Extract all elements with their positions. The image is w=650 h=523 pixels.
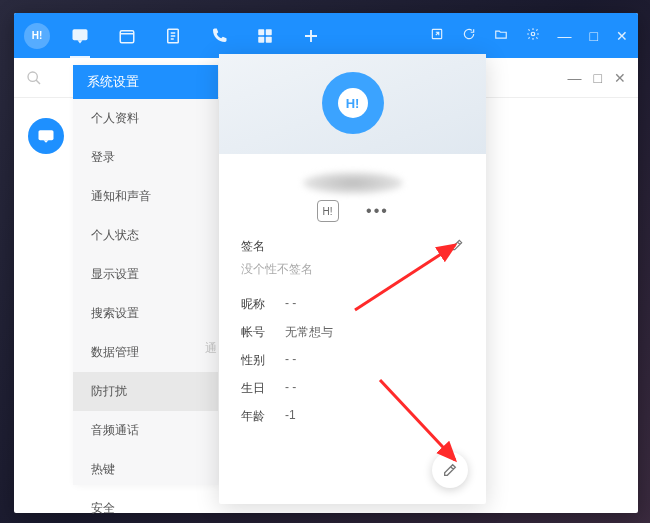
settings-item-1[interactable]: 登录 xyxy=(73,138,218,177)
settings-item-3[interactable]: 个人状态 xyxy=(73,216,218,255)
svg-point-8 xyxy=(531,32,535,36)
apps-tab-icon[interactable] xyxy=(256,27,274,45)
settings-item-9[interactable]: 热键 xyxy=(73,450,218,489)
titlebar: H! — □ ✕ xyxy=(14,13,638,58)
external-icon[interactable] xyxy=(430,27,444,44)
svg-rect-3 xyxy=(258,29,264,35)
calendar-tab-icon[interactable] xyxy=(118,27,136,45)
refresh-icon[interactable] xyxy=(462,27,476,44)
settings-item-7[interactable]: 防打扰 xyxy=(73,372,218,411)
settings-item-5[interactable]: 搜索设置 xyxy=(73,294,218,333)
search-icon[interactable] xyxy=(26,70,42,86)
edit-signature-icon[interactable] xyxy=(450,238,464,255)
settings-title: 系统设置 xyxy=(73,65,218,99)
close-icon[interactable]: ✕ xyxy=(616,28,628,44)
maximize-icon[interactable]: □ xyxy=(590,28,598,44)
svg-rect-6 xyxy=(266,36,272,42)
settings-item-6[interactable]: 数据管理 xyxy=(73,333,218,372)
document-tab-icon[interactable] xyxy=(164,27,182,45)
sub-maximize-icon[interactable]: □ xyxy=(594,70,602,86)
phone-tab-icon[interactable] xyxy=(210,27,228,45)
minimize-icon[interactable]: — xyxy=(558,28,572,44)
profile-panel: — ✕ H! H! ••• 签名 没个性不签名 昵称 - - 帐号 无常想与 性… xyxy=(219,54,486,504)
svg-rect-5 xyxy=(258,36,264,42)
sub-minimize-icon[interactable]: — xyxy=(568,70,582,86)
truncated-label: 通 xyxy=(205,340,217,357)
signature-label: 签名 xyxy=(241,238,265,255)
profile-name-blurred xyxy=(303,172,403,194)
svg-rect-0 xyxy=(73,29,88,40)
info-row-account: 帐号 无常想与 xyxy=(241,324,464,341)
app-logo-icon: H! xyxy=(24,23,50,49)
chat-item-icon[interactable] xyxy=(28,118,64,154)
settings-item-0[interactable]: 个人资料 xyxy=(73,99,218,138)
svg-rect-1 xyxy=(120,30,134,42)
signature-text: 没个性不签名 xyxy=(241,261,464,278)
message-button[interactable]: H! xyxy=(317,200,339,222)
sub-close-icon[interactable]: ✕ xyxy=(614,70,626,86)
settings-item-10[interactable]: 安全 xyxy=(73,489,218,523)
settings-item-8[interactable]: 音频通话 xyxy=(73,411,218,450)
profile-banner: H! xyxy=(219,54,486,154)
settings-panel: 系统设置 个人资料登录通知和声音个人状态显示设置搜索设置数据管理防打扰音频通话热… xyxy=(73,65,218,485)
chat-tab-icon[interactable] xyxy=(70,26,90,46)
svg-rect-10 xyxy=(39,130,54,140)
svg-point-9 xyxy=(28,72,37,81)
add-tab-icon[interactable] xyxy=(302,27,320,45)
info-row-age: 年龄 -1 xyxy=(241,408,464,425)
info-row-birthday: 生日 - - xyxy=(241,380,464,397)
info-row-gender: 性别 - - xyxy=(241,352,464,369)
more-button[interactable]: ••• xyxy=(367,200,389,222)
avatar[interactable]: H! xyxy=(322,72,384,134)
gear-icon[interactable] xyxy=(526,27,540,44)
edit-profile-button[interactable] xyxy=(432,452,468,488)
settings-item-2[interactable]: 通知和声音 xyxy=(73,177,218,216)
info-row-nickname: 昵称 - - xyxy=(241,296,464,313)
svg-rect-4 xyxy=(266,29,272,35)
folder-icon[interactable] xyxy=(494,27,508,44)
settings-item-4[interactable]: 显示设置 xyxy=(73,255,218,294)
